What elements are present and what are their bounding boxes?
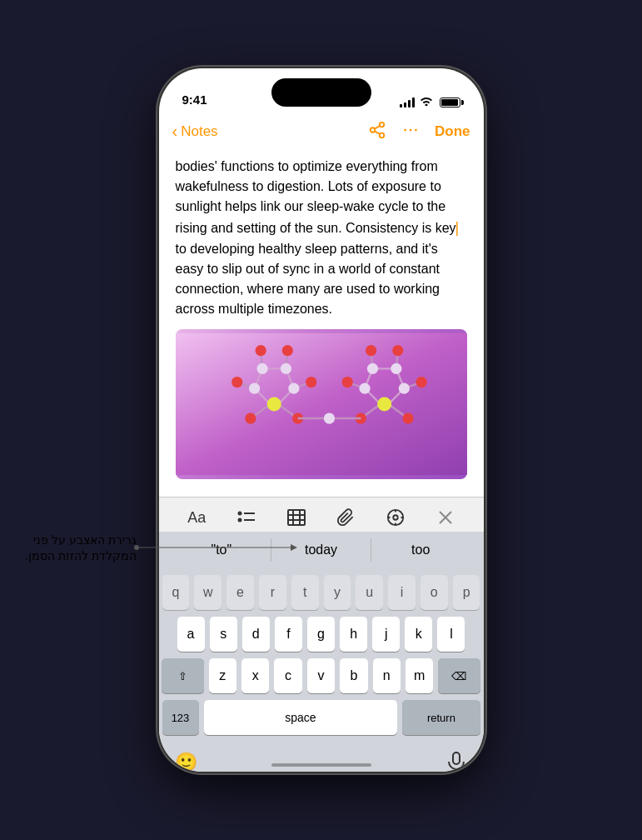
svg-point-34 [365,345,376,356]
svg-point-18 [248,382,259,393]
nav-actions: Done [368,121,470,143]
key-t[interactable]: t [291,575,319,610]
note-image [176,329,467,479]
svg-point-33 [416,377,426,388]
signal-icon [400,98,415,108]
emoji-button[interactable]: 🙂 [169,745,204,772]
key-a[interactable]: a [177,617,205,652]
key-r[interactable]: r [259,575,286,610]
key-p[interactable]: p [453,575,480,610]
close-toolbar-button[interactable] [429,502,462,532]
key-backspace[interactable]: ⌫ [438,658,480,693]
back-button[interactable]: ‹ Notes [172,122,218,141]
key-j[interactable]: j [372,617,400,652]
annotation-line1: גרירת האצבע על פני [25,532,137,549]
key-m[interactable]: m [406,658,433,693]
svg-point-31 [402,412,413,423]
battery-icon [440,98,460,108]
note-text: bodies' functions to optimize everything… [176,157,467,319]
key-row-1: q w e r t y u i o p [162,575,480,610]
status-time: 9:41 [182,92,207,108]
svg-point-16 [255,345,266,356]
key-o[interactable]: o [421,575,448,610]
svg-point-36 [359,382,370,393]
key-i[interactable]: i [388,575,416,610]
font-format-button[interactable]: Aa [180,502,213,532]
svg-point-2 [415,128,417,131]
dynamic-island [271,78,371,107]
keyboard-rows: q w e r t y u i o p a s d f g h j k [159,568,484,735]
key-row-2: a s d f g h j k l [162,617,480,652]
key-g[interactable]: g [307,617,335,652]
phone-frame: 9:41 ‹ Notes [159,68,484,772]
key-row-3: ⇧ z x c v b n m ⌫ [162,658,480,693]
text-cursor [456,221,460,235]
svg-point-29 [377,397,391,411]
list-button[interactable] [230,502,263,532]
key-c[interactable]: c [274,658,301,693]
svg-point-11 [266,397,281,411]
annotation-container: גרירת האצבע על פני המקלדת להזזת הסמן. [25,532,137,565]
svg-rect-46 [288,510,305,525]
svg-point-15 [306,377,316,388]
svg-rect-3 [176,333,467,475]
svg-point-44 [237,518,241,522]
svg-point-14 [231,377,242,388]
svg-point-42 [237,512,241,516]
key-l[interactable]: l [437,617,465,652]
key-return[interactable]: return [402,700,480,735]
key-d[interactable]: d [242,617,270,652]
svg-point-63 [134,545,139,550]
key-k[interactable]: k [405,617,432,652]
svg-point-12 [245,412,256,423]
svg-point-52 [393,515,398,520]
key-u[interactable]: u [356,575,383,610]
key-q[interactable]: q [162,575,190,610]
svg-point-41 [323,412,334,423]
svg-point-20 [280,363,291,374]
more-icon[interactable] [401,121,420,143]
key-z[interactable]: z [209,658,236,693]
svg-point-19 [256,363,267,374]
key-f[interactable]: f [275,617,302,652]
autocorrect-option-2[interactable]: today [271,536,371,564]
key-n[interactable]: n [373,658,401,693]
key-h[interactable]: h [340,617,367,652]
key-x[interactable]: x [241,658,269,693]
svg-point-38 [391,363,401,374]
home-indicator [271,763,371,767]
key-b[interactable]: b [340,658,367,693]
markup-button[interactable] [379,502,412,532]
key-space[interactable]: space [204,700,398,735]
key-w[interactable]: w [194,575,221,610]
svg-point-0 [404,128,406,131]
autocorrect-option-1[interactable]: "to" [172,536,271,564]
keyboard: q w e r t y u i o p a s d f g h j k [159,568,484,772]
font-label: Aa [187,509,206,527]
table-button[interactable] [280,502,313,532]
key-shift[interactable]: ⇧ [162,658,203,693]
key-e[interactable]: e [226,575,254,610]
autocorrect-bar: "to" today too [159,532,484,568]
key-y[interactable]: y [324,575,351,610]
svg-rect-59 [453,752,460,764]
key-v[interactable]: v [307,658,335,693]
done-button[interactable]: Done [435,123,470,140]
svg-point-37 [366,363,377,374]
autocorrect-option-3[interactable]: too [371,536,470,564]
share-icon[interactable] [368,121,386,143]
microphone-button[interactable] [439,745,474,772]
key-numbers[interactable]: 123 [162,700,199,735]
key-s[interactable]: s [210,617,237,652]
keyboard-bottom: 🙂 [159,742,484,772]
attachment-button[interactable] [329,502,362,532]
back-chevron-icon: ‹ [172,122,178,141]
key-row-4: 123 space return [162,700,480,735]
wifi-icon [420,96,433,108]
content-area: bodies' functions to optimize everything… [159,150,484,497]
svg-point-39 [398,382,409,393]
annotation-text: גרירת האצבע על פני המקלדת להזזת הסמן. [25,532,137,565]
status-icons [400,96,460,108]
svg-point-21 [288,382,299,393]
svg-point-1 [410,128,412,131]
